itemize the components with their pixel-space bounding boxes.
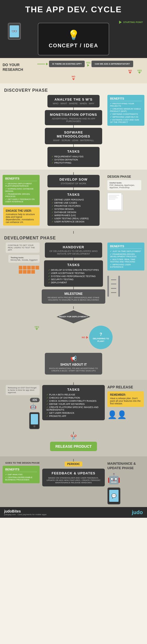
arrow-head [46, 63, 48, 65]
phone-screen [31, 414, 38, 424]
vert-line-maint-top [73, 459, 74, 462]
task-item: DEFINE USE CASES [52, 201, 95, 204]
benefit-item: GET EARLY FEEDBACK ON USER INTERFACE [5, 198, 37, 203]
no1-group: NO [128, 69, 132, 74]
rung [111, 284, 116, 284]
concept-section: STARTING POINT 👓 💡 CONCEPT / IDEA [0, 18, 147, 58]
ladder-rail-right [118, 276, 120, 297]
sow-title: DEVELOP SOW [52, 177, 95, 181]
vert-line-design-top [73, 172, 74, 175]
task-item: PROMOTE APP [46, 415, 101, 418]
tablet-art-maint: 💬 [107, 487, 120, 504]
research-flow-row1: IS THERE AN EXISTING APP? YES CAN WE ADD… [37, 61, 133, 67]
ready-yes-branch: YES [34, 326, 39, 349]
yes1-label: YES [86, 61, 90, 64]
releasing-box: Releasing on iOS? Don't forget to factor… [6, 385, 40, 395]
delivering-label: DELIVERING TO PLAN? [89, 337, 113, 343]
research-flow: IS THERE AN EXISTING APP? YES CAN WE ADD… [26, 61, 144, 74]
yes-branch: YES [86, 61, 90, 67]
analyse-subtitle: WHO · WHAT · WHERE · WHEN · WHY [52, 102, 95, 105]
release-product-box: RELEASE PRODUCT [50, 442, 97, 451]
task-item: WIREFRAMES (UX) [52, 214, 95, 217]
no2-arrow [72, 78, 75, 80]
sq [23, 270, 27, 274]
page-header: THE APP DEV. CYCLE [0, 0, 147, 18]
discovery-center: ANALYSE THE 5 W'S WHO · WHAT · WHERE · W… [42, 95, 105, 167]
yes2-arrow [138, 72, 141, 74]
discovery-phase: DISCOVERY PHASE ANALYSE THE 5 W'S WHO · … [0, 83, 147, 170]
vert-line-3 [73, 144, 74, 147]
ready-flow: READY FOR DEPLOYMENT? YES NO ? DELIVERIN… [0, 304, 147, 352]
release-center: TASKS PLAN A BETA RELEASE CHECKS OF DIST… [42, 385, 105, 420]
benefit-item: GAP ANALYSIS [5, 473, 37, 476]
dev-content: CONTINUE TO GET YOUR REAL USERS TO TEST … [0, 243, 147, 304]
design-phase-label: DESIGN PHASE [107, 175, 131, 179]
discovery-tasks-title: TASKS [52, 150, 95, 153]
task-item: CHECK SCREEN COMPATIBILITY RANGES [46, 399, 101, 402]
testing-tools-label: Testing tools: [10, 256, 24, 259]
benefit-item: MULTITIER: REAL TIME TESTING AND TRACKIN… [110, 258, 142, 263]
maintenance-content: GOES TO THE DESIGN PHASE BENEFITS GAP AN… [0, 462, 147, 504]
dev-left: CONTINUE TO GET YOUR REAL USERS TO TEST … [3, 243, 42, 274]
benefit-item: IMPROVING USER EXPERIENCE [110, 263, 142, 268]
vert-line-sow [73, 187, 74, 190]
discovery-header: DISCOVERY PHASE [0, 86, 147, 95]
vert-line-milestone [73, 287, 74, 289]
task-item: USER TESTING (REAL USERS) [52, 217, 95, 220]
remember-title: Remember: [110, 393, 141, 396]
dev-benefits-title: BENEFITS [110, 245, 142, 249]
phone-art [29, 412, 40, 429]
vert-line-release-top [73, 382, 74, 385]
doc-line [109, 195, 119, 196]
maint-benefits-box: BENEFITS GAP ANALYSIS CENTRALISE/REUSABL… [3, 466, 40, 483]
release-tasks-box: TASKS PLAN A BETA RELEASE CHECKS OF DIST… [42, 385, 105, 420]
task-item: PROTOTYPING [52, 161, 95, 164]
analyse-box: ANALYSE THE 5 W'S WHO · WHAT · WHERE · W… [47, 95, 100, 107]
doc-line [109, 199, 115, 199]
design-tasks-list: DEFINE USER PERSONAS DEFINE USE CASES PR… [52, 198, 95, 223]
remember-text: Have a release plan. Don't pack all your… [110, 397, 141, 405]
dev-phase-label: DEVELOPMENT PHASE [4, 236, 56, 240]
no1-label: NO [128, 69, 132, 72]
robot-character: 🤖 [107, 473, 120, 485]
real-users-box: CONTINUE TO GET YOUR REAL USERS TO TEST … [6, 243, 40, 253]
rung [111, 279, 116, 280]
brand1-sub: judopay.com · Card payments for mobile a… [4, 513, 47, 516]
vert-line-1 [73, 107, 74, 110]
task-item: CHECKS OF DISTRIBUTION [46, 396, 101, 399]
feedback-title: FEEDBACK & UPDATES [46, 471, 101, 475]
engage-text: Animations help to structure data and lo… [6, 213, 37, 223]
release-left: Releasing on iOS? Don't forget to factor… [3, 385, 42, 429]
concept-box: 💡 CONCEPT / IDEA [38, 23, 109, 55]
periodic-row: PERIODIC [65, 462, 82, 467]
benefit-item: CENTRALISE/REUSABLE BUSINESS PROCESSES [5, 476, 37, 481]
shout-box: 📢 SHOUT ABOUT IT INVOLVE MARKETING, PR A… [45, 353, 102, 375]
discovery-benefits-box: BENEFITS PROTOTYPING YOUR PROJECTS CREAT… [107, 95, 144, 126]
task-item: REQUIREMENT ANALYSIS [52, 155, 95, 158]
tablet-screen: 💬 [109, 490, 119, 502]
task-item: SYSTEM AND PERFORMANCE TESTING [48, 275, 99, 278]
sq [27, 266, 31, 269]
maintenance-center: PERIODIC FEEDBACK & UPDATES BASED ON STA… [42, 462, 105, 486]
dev-tasks-list: DEVELOP SYSTEM CREATE PROTOTYPES USER AC… [48, 268, 99, 284]
discovery-phase-label: DISCOVERY PHASE [4, 88, 48, 93]
phone-button [33, 425, 35, 427]
task-item: USER ACCEPTANCE TESTING [48, 272, 99, 275]
useful-tools-items: PDF, Balsamiq, AppGorjan, AppGiver, Phot… [109, 184, 139, 189]
releasing-text: Releasing on iOS? Don't forget to factor… [8, 387, 38, 394]
no2-group: NO [0, 75, 147, 80]
rung [111, 292, 116, 293]
footer: judoBites judopay.com · Card payments fo… [0, 507, 147, 518]
task-item: DEPLOYMENT [48, 281, 99, 284]
task-item: PRIORITISE FEATURES [52, 204, 95, 208]
release-tasks-list: PLAN A BETA RELEASE CHECKS OF DISTRIBUTI… [46, 393, 101, 418]
store-badges: iOS 🤖 [30, 397, 40, 410]
design-benefits-box: BENEFITS DESIGNS DEPLOYMENT PLATFORM/INT… [3, 175, 40, 205]
task-item: GET USER FEEDBACK [46, 411, 101, 415]
megaphone-icon: 📢 [48, 355, 99, 362]
scissors-icon: ✂️ [70, 434, 77, 441]
concept-title: CONCEPT / IDEA [49, 43, 98, 49]
ladder-rail-left [107, 276, 109, 297]
development-phase: DEVELOPMENT PHASE CONTINUE TO GET YOUR R… [0, 228, 147, 380]
discovery-benefits-list: PROTOTYPING YOUR PROJECTS CREATING MINIM… [110, 102, 142, 124]
